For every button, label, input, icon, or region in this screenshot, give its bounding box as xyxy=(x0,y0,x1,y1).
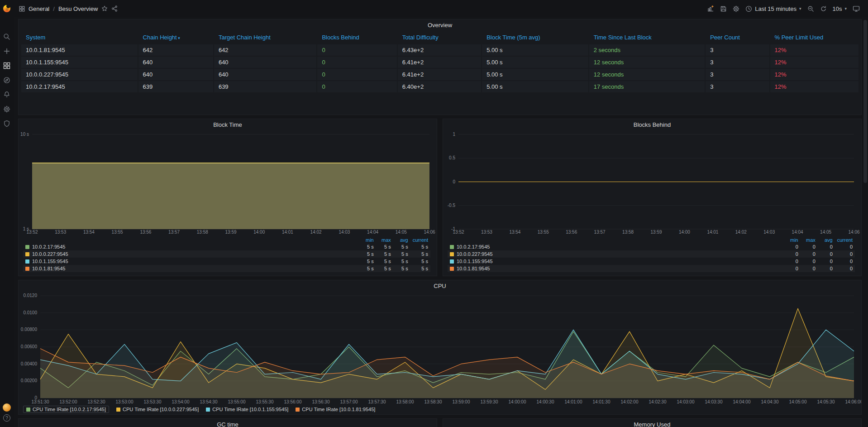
series-name[interactable]: 10.0.2.17:9545 xyxy=(32,244,65,249)
column-header-system[interactable]: System xyxy=(21,31,138,43)
legend-stat-max[interactable]: max xyxy=(376,237,393,243)
server-admin-shield-icon[interactable] xyxy=(3,120,10,127)
search-icon[interactable] xyxy=(3,33,10,40)
svg-text:13:59:00: 13:59:00 xyxy=(453,399,470,404)
column-header-block-time-5m-avg-[interactable]: Block Time (5m avg) xyxy=(482,31,589,43)
panel-title[interactable]: Overview xyxy=(19,22,861,29)
series-color-swatch[interactable] xyxy=(450,267,454,271)
legend-header-row: minmaxavgcurrent xyxy=(23,237,430,243)
table-row: 10.0.1.155:954564064006.41e+25.00 s12 se… xyxy=(21,57,858,68)
series-name[interactable]: 10.0.1.155:9545 xyxy=(457,259,493,264)
column-header-time-since-last-block[interactable]: Time Since Last Block xyxy=(589,31,706,43)
column-header-peer-count[interactable]: Peer Count xyxy=(706,31,770,43)
panel-title[interactable]: Block Time xyxy=(19,121,437,128)
panel-title[interactable]: CPU xyxy=(19,283,861,289)
legend-item[interactable]: CPU Time IRate [10.0.0.227:9545] xyxy=(116,407,199,412)
scrollbar[interactable] xyxy=(863,20,867,183)
column-header--peer-limit-used[interactable]: % Peer Limit Used xyxy=(770,31,859,43)
svg-text:13:55: 13:55 xyxy=(538,230,549,235)
svg-text:13:58:00: 13:58:00 xyxy=(396,399,414,404)
svg-text:13:56: 13:56 xyxy=(140,230,151,235)
legend-value: 0 xyxy=(835,243,855,250)
series-name[interactable]: 10.0.2.17:9545 xyxy=(457,244,490,249)
table-cell: 5.00 s xyxy=(482,57,589,68)
user-avatar[interactable] xyxy=(3,403,11,412)
series-color-swatch[interactable] xyxy=(25,267,29,271)
svg-text:14:06:00: 14:06:00 xyxy=(845,399,861,404)
column-header-blocks-behind[interactable]: Blocks Behind xyxy=(317,31,397,43)
add-panel-icon[interactable] xyxy=(707,5,714,12)
svg-text:13:59:30: 13:59:30 xyxy=(481,399,498,404)
refresh-interval-dropdown[interactable]: 10s ▾ xyxy=(833,5,847,12)
svg-text:13:53: 13:53 xyxy=(481,230,492,235)
svg-text:14:06: 14:06 xyxy=(424,230,435,235)
svg-text:13:53:00: 13:53:00 xyxy=(116,399,134,404)
legend-item[interactable]: CPU Time IRate [10.0.1.81:9545] xyxy=(296,407,375,412)
series-color-swatch[interactable] xyxy=(450,245,454,249)
legend-stat-min[interactable]: min xyxy=(359,237,376,243)
series-name: CPU Time IRate [10.0.1.155:9545] xyxy=(212,407,288,412)
series-color-swatch[interactable] xyxy=(25,259,29,264)
panel-title[interactable]: Blocks Behind xyxy=(443,121,861,128)
legend-stat-current[interactable]: current xyxy=(410,237,430,243)
legend-stat-avg[interactable]: avg xyxy=(818,237,835,243)
block-time-chart[interactable]: 10 s1 s13:5213:5313:5413:5513:5613:5713:… xyxy=(19,119,437,237)
create-plus-icon[interactable] xyxy=(3,48,10,55)
series-color-swatch[interactable] xyxy=(450,252,454,256)
blocks-behind-legend: minmaxavgcurrent10.0.2.17:9545000010.0.0… xyxy=(448,237,855,272)
svg-text:14:04: 14:04 xyxy=(792,230,803,235)
table-cell: 640 xyxy=(138,69,214,80)
legend-stat-avg[interactable]: avg xyxy=(393,237,410,243)
legend-item[interactable]: CPU Time IRate [10.0.1.155:9545] xyxy=(206,407,288,412)
legend-stat-min[interactable]: min xyxy=(783,237,801,243)
panel-title[interactable]: Memory Used xyxy=(443,421,861,427)
dashboards-icon[interactable] xyxy=(3,62,10,69)
refresh-icon[interactable] xyxy=(820,5,827,12)
save-dashboard-icon[interactable] xyxy=(720,5,727,12)
star-icon[interactable] xyxy=(101,5,108,12)
configuration-gear-icon[interactable] xyxy=(3,106,10,113)
svg-text:14:03: 14:03 xyxy=(339,230,350,235)
svg-text:14:06: 14:06 xyxy=(848,230,859,235)
share-icon[interactable] xyxy=(111,5,118,12)
table-cell: 0 xyxy=(317,57,397,68)
column-header-chain-height[interactable]: Chain Height ▾ xyxy=(138,31,214,43)
breadcrumb-folder[interactable]: General xyxy=(29,5,49,12)
legend-value: 0 xyxy=(835,258,855,265)
legend-stat-current[interactable]: current xyxy=(835,237,855,243)
legend-row: 10.0.0.227:95455 s5 s5 s5 s xyxy=(23,250,430,258)
dashboard-settings-icon[interactable] xyxy=(733,5,739,12)
svg-text:13:56:00: 13:56:00 xyxy=(284,399,302,404)
tv-mode-icon[interactable] xyxy=(853,5,860,12)
column-header-target-chain-height[interactable]: Target Chain Height xyxy=(214,31,317,43)
time-picker[interactable]: Last 15 minutes ▾ xyxy=(745,5,801,12)
cpu-chart[interactable]: 0.01200.01000.008000.006000.004000.00200… xyxy=(19,280,861,408)
series-name[interactable]: 10.0.1.155:9545 xyxy=(32,259,68,264)
legend-item[interactable]: CPU Time IRate [10.0.2.17:9545] xyxy=(23,406,109,413)
svg-text:13:52: 13:52 xyxy=(26,230,38,235)
series-name: CPU Time IRate [10.0.0.227:9545] xyxy=(123,407,199,412)
explore-compass-icon[interactable] xyxy=(3,77,10,84)
table-cell: 10.0.1.81:9545 xyxy=(21,44,138,56)
grafana-logo[interactable] xyxy=(2,4,11,13)
series-name[interactable]: 10.0.1.81:9545 xyxy=(457,266,490,271)
legend-stat-max[interactable]: max xyxy=(801,237,818,243)
series-name[interactable]: 10.0.1.81:9545 xyxy=(32,266,65,271)
svg-text:13:52:30: 13:52:30 xyxy=(88,399,105,404)
chart-legend-table: minmaxavgcurrent10.0.2.17:9545000010.0.0… xyxy=(448,237,855,272)
alerting-bell-icon[interactable] xyxy=(3,91,10,98)
series-color-swatch[interactable] xyxy=(25,245,29,249)
zoom-out-icon[interactable] xyxy=(807,5,814,12)
series-color-swatch[interactable] xyxy=(450,259,454,264)
help-icon[interactable]: ? xyxy=(3,414,10,422)
series-name[interactable]: 10.0.0.227:9545 xyxy=(32,251,68,257)
breadcrumb-dashboard[interactable]: Besu Overview xyxy=(58,5,98,12)
table-cell: 0 xyxy=(317,81,397,92)
table-cell: 640 xyxy=(214,57,317,68)
svg-text:13:54: 13:54 xyxy=(509,230,520,235)
blocks-behind-chart[interactable]: 10.50-0.5-113:5213:5313:5413:5513:5613:5… xyxy=(443,119,861,237)
column-header-total-difficulty[interactable]: Total Difficulty xyxy=(398,31,482,43)
series-name[interactable]: 10.0.0.227:9545 xyxy=(457,251,493,257)
series-color-swatch[interactable] xyxy=(25,252,29,256)
panel-title[interactable]: GC time xyxy=(19,421,437,427)
